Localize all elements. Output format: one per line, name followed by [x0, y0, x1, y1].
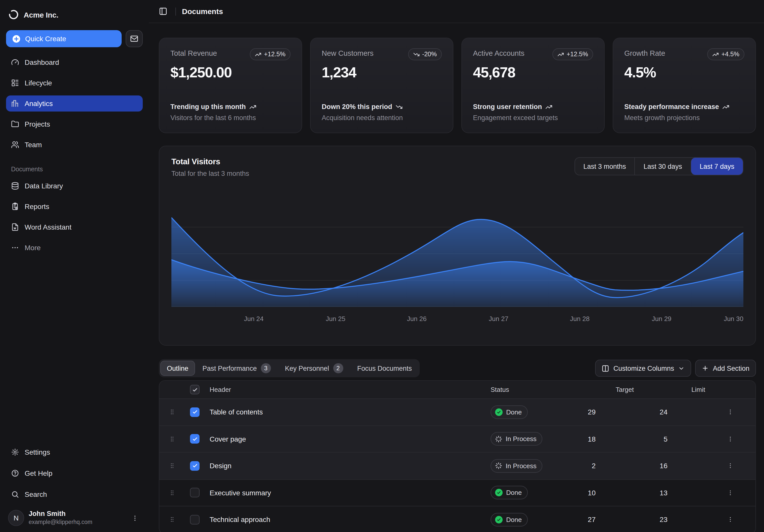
status-badge-in-process[interactable]: In Process — [490, 459, 543, 473]
quick-create-button[interactable]: Quick Create — [6, 30, 122, 47]
target-cell[interactable]: 27 — [584, 516, 634, 524]
sidebar-toggle-button[interactable] — [157, 5, 169, 18]
column-header-header[interactable]: Header — [210, 386, 490, 393]
target-cell[interactable]: 2 — [584, 462, 634, 470]
x-tick: Jun 25 — [326, 315, 345, 323]
sidebar-item-word-assistant[interactable]: Word Assistant — [6, 219, 143, 235]
column-header-target[interactable]: Target — [584, 386, 634, 393]
circle-plus-icon — [12, 34, 21, 43]
status-badge-done[interactable]: Done — [490, 486, 528, 500]
quick-create-label: Quick Create — [25, 35, 66, 43]
sidebar-item-dashboard[interactable]: Dashboard — [6, 54, 143, 70]
sidebar-item-label: Word Assistant — [25, 223, 71, 231]
sidebar-item-reports[interactable]: Reports — [6, 199, 143, 214]
row-menu-icon[interactable] — [705, 409, 755, 416]
sidebar-item-get-help[interactable]: Get Help — [6, 465, 143, 481]
user-kebab-icon[interactable] — [129, 512, 141, 524]
limit-cell[interactable]: 23 — [634, 516, 705, 524]
drag-handle-icon[interactable] — [165, 463, 178, 469]
row-menu-icon[interactable] — [705, 463, 755, 469]
chevron-down-icon — [678, 365, 684, 371]
row-header-cell[interactable]: Cover page — [210, 435, 490, 443]
drag-handle-icon[interactable] — [165, 409, 178, 416]
row-checkbox[interactable] — [190, 434, 200, 444]
plus-icon — [702, 365, 709, 372]
section-tabs: Outline Past Performance 3 Key Personnel… — [159, 359, 420, 377]
select-all-checkbox[interactable] — [190, 385, 200, 394]
target-cell[interactable]: 10 — [584, 489, 634, 497]
table-row: Design In Process 2 16 — [159, 453, 755, 479]
drag-handle-icon[interactable] — [165, 436, 178, 443]
tab-key-personnel[interactable]: Key Personnel 2 — [279, 361, 350, 376]
drag-handle-icon[interactable] — [165, 489, 178, 496]
sidebar-footer: Settings Get Help Search N John Smith ex… — [6, 444, 143, 527]
limit-cell[interactable]: 24 — [634, 408, 705, 416]
sidebar-item-label: Projects — [25, 120, 50, 128]
row-header-cell[interactable]: Table of contents — [210, 408, 490, 416]
row-menu-icon[interactable] — [705, 436, 755, 443]
limit-cell[interactable]: 16 — [634, 462, 705, 470]
table-actions: Customize Columns Add Section — [595, 360, 756, 377]
sidebar-item-analytics[interactable]: Analytics — [6, 95, 143, 111]
row-header-cell[interactable]: Design — [210, 462, 490, 470]
column-header-limit[interactable]: Limit — [634, 386, 705, 393]
sidebar-item-label: Get Help — [25, 469, 53, 477]
content: Total Revenue +12.5% $1,250.00 Trending … — [149, 23, 764, 532]
row-header-cell[interactable]: Technical approach — [210, 516, 490, 524]
row-header-cell[interactable]: Executive summary — [210, 489, 490, 497]
brand[interactable]: Acme Inc. — [6, 5, 143, 24]
sidebar-item-projects[interactable]: Projects — [6, 116, 143, 132]
sidebar-item-label: Search — [25, 490, 47, 498]
limit-cell[interactable]: 5 — [634, 435, 705, 443]
sidebar-item-search[interactable]: Search — [6, 486, 143, 502]
row-checkbox[interactable] — [190, 488, 200, 498]
trend-badge: +4.5% — [707, 48, 744, 60]
area-chart[interactable] — [171, 200, 743, 307]
sidebar-item-label: Reports — [25, 202, 49, 210]
tab-past-performance[interactable]: Past Performance 3 — [196, 361, 278, 376]
x-axis: Jun 24 Jun 25 Jun 26 Jun 27 Jun 28 Jun 2… — [171, 315, 743, 325]
sidebar-item-label: Lifecycle — [25, 79, 52, 87]
database-icon — [11, 182, 19, 190]
row-menu-icon[interactable] — [705, 489, 755, 496]
column-header-status[interactable]: Status — [490, 386, 584, 393]
target-cell[interactable]: 29 — [584, 408, 634, 416]
limit-cell[interactable]: 13 — [634, 489, 705, 497]
stat-trend-text: Strong user retention — [473, 103, 542, 110]
sidebar-item-more[interactable]: More — [6, 240, 143, 256]
inbox-mail-button[interactable] — [126, 30, 143, 47]
add-section-button[interactable]: Add Section — [695, 360, 756, 377]
table-header-row: Header Status Target Limit — [159, 381, 755, 399]
stat-label: Active Accounts — [473, 48, 524, 57]
range-last-7-days[interactable]: Last 7 days — [690, 158, 743, 175]
status-badge-in-process[interactable]: In Process — [490, 432, 543, 446]
row-checkbox[interactable] — [190, 461, 200, 471]
sidebar-item-data-library[interactable]: Data Library — [6, 178, 143, 194]
range-last-30-days[interactable]: Last 30 days — [635, 158, 690, 175]
drag-handle-icon[interactable] — [165, 516, 178, 523]
status-label: Done — [506, 516, 522, 523]
range-last-3-months[interactable]: Last 3 months — [575, 158, 635, 175]
trend-badge: -20% — [408, 48, 442, 60]
x-tick: Jun 27 — [489, 315, 508, 323]
trending-up-icon — [558, 51, 564, 58]
table-row: Executive summary Done 10 13 — [159, 479, 755, 506]
row-checkbox[interactable] — [190, 515, 200, 524]
sidebar-item-settings[interactable]: Settings — [6, 444, 143, 460]
tab-outline[interactable]: Outline — [160, 361, 195, 376]
customize-columns-label: Customize Columns — [614, 364, 674, 372]
file-w-icon — [11, 223, 19, 231]
row-checkbox[interactable] — [190, 407, 200, 417]
status-badge-done[interactable]: Done — [490, 513, 528, 526]
target-cell[interactable]: 18 — [584, 435, 634, 443]
area-chart-svg — [171, 200, 743, 307]
customize-columns-button[interactable]: Customize Columns — [595, 360, 691, 377]
sidebar-item-team[interactable]: Team — [6, 137, 143, 153]
gauge-icon — [11, 58, 19, 66]
tab-focus-documents[interactable]: Focus Documents — [351, 361, 419, 376]
row-menu-icon[interactable] — [705, 516, 755, 523]
sidebar-item-lifecycle[interactable]: Lifecycle — [6, 75, 143, 91]
columns-icon — [602, 364, 610, 372]
user-menu[interactable]: N John Smith example@klipperhq.com — [6, 507, 143, 527]
status-badge-done[interactable]: Done — [490, 405, 528, 419]
